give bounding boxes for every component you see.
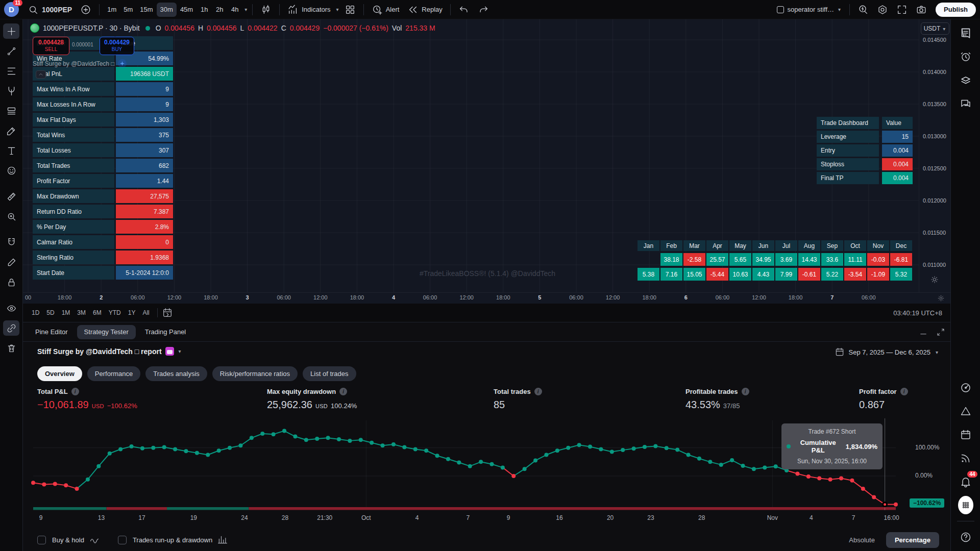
tab-pine-editor[interactable]: Pine Editor [28, 325, 75, 339]
tab-trading-panel[interactable]: Trading Panel [138, 325, 193, 339]
range-1m[interactable]: 1M [58, 307, 74, 319]
quick-search-button[interactable] [854, 3, 872, 17]
measure-tool-icon[interactable] [3, 189, 19, 204]
indicator-legend[interactable]: Stiff Surge by @DaviddTech □ [33, 59, 127, 68]
timeframe-2h[interactable]: 2h [212, 3, 227, 17]
chart-area[interactable]: 1000PEPEUSDT.P · 30 · Bybit O0.004456 H0… [23, 19, 919, 292]
calendar-icon[interactable] [958, 427, 973, 442]
view-list-of-trades[interactable]: List of trades [303, 366, 356, 381]
timeframe-1h[interactable]: 1h [197, 3, 212, 17]
chat-icon[interactable] [958, 96, 973, 111]
legend-collapse-chevron[interactable] [36, 70, 46, 79]
range-all[interactable]: All [139, 307, 153, 319]
magnet-tool-icon[interactable] [3, 235, 19, 250]
layout-grid-button[interactable] [341, 3, 359, 17]
alerts-icon[interactable] [958, 49, 973, 64]
chart-type-button[interactable] [257, 3, 275, 17]
monthly-value-cell: 5.38 [638, 268, 659, 281]
monthly-value-cell: 15.05 [683, 268, 705, 281]
timeframe-45m[interactable]: 45m [177, 3, 197, 17]
go-to-date-icon[interactable] [162, 307, 173, 318]
monthly-value-cell: -1.09 [867, 268, 889, 281]
info-icon[interactable]: i [71, 388, 79, 395]
help-icon[interactable] [958, 530, 973, 545]
view-trades-analysis[interactable]: Trades analysis [145, 366, 207, 381]
info-icon[interactable]: i [900, 388, 908, 395]
timeframe-30m[interactable]: 30m [157, 3, 177, 17]
percentage-button[interactable]: Percentage [886, 532, 939, 548]
maximize-panel-icon[interactable] [936, 328, 945, 337]
settings-button[interactable] [873, 3, 892, 17]
fib-retracement-tool-icon[interactable] [3, 63, 19, 79]
range-6m[interactable]: 6M [89, 307, 105, 319]
absolute-button[interactable]: Absolute [843, 536, 881, 544]
symbol-search-button[interactable]: 1000PEP [24, 3, 76, 17]
buy-hold-checkbox[interactable] [37, 536, 46, 544]
price-axis[interactable]: USDT▾ 0.0145000.0140000.0135000.0130000.… [919, 19, 950, 292]
user-avatar[interactable]: D 11 [4, 2, 19, 17]
range-1d[interactable]: 1D [28, 307, 43, 319]
symbol-title[interactable]: 1000PEPEUSDT.P · 30 · Bybit [43, 24, 140, 32]
indicators-button[interactable]: Indicators [284, 3, 334, 17]
timeframe-1m[interactable]: 1m [104, 3, 120, 17]
view-performance[interactable]: Performance [87, 366, 140, 381]
prism-icon[interactable] [958, 404, 973, 419]
pitchfork-tool-icon[interactable] [3, 83, 19, 98]
screener-icon[interactable] [958, 380, 973, 395]
fullscreen-button[interactable] [893, 3, 911, 17]
redo-button[interactable] [474, 3, 493, 17]
view-overview[interactable]: Overview [37, 366, 82, 381]
currency-toggle-button[interactable]: USDT▾ [921, 22, 949, 35]
lock-tool-icon[interactable] [3, 274, 19, 290]
info-icon[interactable]: i [339, 388, 347, 395]
buy-button[interactable]: 0.004429 BUY [100, 37, 134, 55]
timeframe-chevron-down-icon[interactable]: ▾ [243, 7, 248, 12]
publish-button[interactable]: Publish [936, 3, 976, 17]
range-1y[interactable]: 1Y [125, 307, 139, 319]
position-tool-icon[interactable] [3, 103, 19, 118]
server-clock[interactable]: 03:40:19 UTC+8 [893, 309, 945, 317]
info-icon[interactable]: i [742, 388, 749, 395]
replay-button[interactable]: Replay [404, 3, 446, 17]
layout-menu-button[interactable]: soperator stiff… ▾ [773, 3, 845, 17]
news-icon[interactable] [958, 450, 973, 466]
price-axis-gear-icon[interactable] [929, 274, 940, 285]
runup-drawdown-checkbox[interactable] [118, 536, 127, 544]
link-tool-icon[interactable] [3, 320, 19, 336]
range-ytd[interactable]: YTD [105, 307, 125, 319]
undo-button[interactable] [455, 3, 473, 17]
compare-add-symbol-button[interactable] [77, 3, 95, 17]
date-range-picker[interactable]: Sep 7, 2025 — Dec 6, 2025 ▾ [835, 347, 939, 357]
screenshot-button[interactable] [912, 3, 930, 17]
equity-curve-chart[interactable] [31, 417, 901, 514]
text-tool-icon[interactable] [3, 143, 19, 158]
sell-button[interactable]: 0.004428 SELL [33, 37, 69, 55]
apps-grid-wrap[interactable] [958, 497, 973, 513]
range-5d[interactable]: 5D [43, 307, 58, 319]
alert-button[interactable]: Alert [368, 3, 403, 17]
notifications-bell-icon[interactable]: 44 [958, 474, 973, 489]
timeframe-4h[interactable]: 4h [227, 3, 242, 17]
apps-grid-icon[interactable] [958, 496, 973, 514]
pencil-tool-icon[interactable] [3, 255, 19, 270]
range-3m[interactable]: 3M [74, 307, 89, 319]
zoom-in-tool-icon[interactable] [3, 209, 19, 224]
minimize-panel-icon[interactable] [919, 328, 928, 337]
indicators-chevron-down-icon[interactable]: ▾ [335, 7, 340, 12]
time-axis-gear-icon[interactable] [937, 294, 945, 303]
brush-tool-icon[interactable] [3, 123, 19, 138]
emoji-tool-icon[interactable] [3, 163, 19, 178]
crosshair-tool-icon[interactable] [3, 23, 19, 39]
eye-hide-tool-icon[interactable] [3, 300, 19, 316]
time-axis[interactable]: 0018:00206:0012:0018:00306:0012:0018:004… [23, 292, 950, 304]
object-tree-icon[interactable] [958, 72, 973, 88]
info-icon[interactable]: i [534, 388, 542, 395]
tab-strategy-tester[interactable]: Strategy Tester [77, 325, 136, 339]
report-chevron-down-icon[interactable]: ▾ [178, 348, 182, 354]
timeframe-5m[interactable]: 5m [120, 3, 136, 17]
view-risk-performance-ratios[interactable]: Risk/performance ratios [212, 366, 298, 381]
trend-line-tool-icon[interactable] [3, 43, 19, 59]
trash-tool-icon[interactable] [3, 340, 19, 356]
timeframe-15m[interactable]: 15m [136, 3, 156, 17]
watchlist-icon[interactable] [958, 26, 973, 41]
